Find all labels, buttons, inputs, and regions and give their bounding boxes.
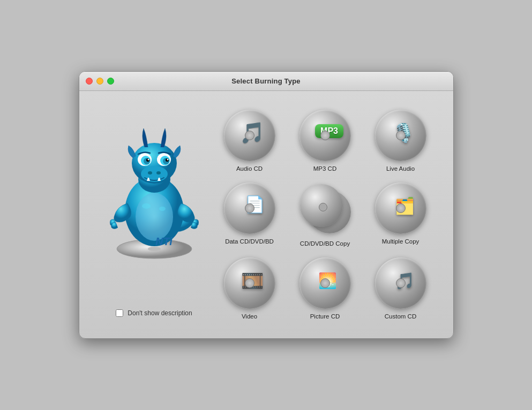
svg-point-8 xyxy=(156,171,161,174)
custom-cd-label: Custom CD xyxy=(385,313,416,320)
data-cd-option[interactable]: 📄 Data CD/DVD/BD xyxy=(213,180,286,247)
multiple-copy-disc: 🗂️ xyxy=(375,183,426,234)
data-cd-disc: 📄 xyxy=(224,183,275,234)
audio-cd-disc: 🎵 xyxy=(224,110,275,161)
mp3-cd-label: MP3 CD xyxy=(313,165,336,172)
left-panel: NTi Don't show description xyxy=(95,102,213,322)
custom-cd-disc: 🎵 xyxy=(375,257,426,309)
main-window: Select Burning Type xyxy=(79,71,454,339)
custom-cd-option[interactable]: 🎵 Custom CD xyxy=(364,255,437,322)
dont-show-description-area[interactable]: Don't show description xyxy=(116,309,192,317)
dont-show-label[interactable]: Don't show description xyxy=(128,309,192,317)
live-audio-disc: 🎙️ xyxy=(375,110,426,161)
cd-stack-icon xyxy=(298,183,352,236)
svg-point-1 xyxy=(148,247,161,251)
multiple-copy-option[interactable]: 🗂️ Multiple Copy xyxy=(364,180,437,247)
title-bar: Select Burning Type xyxy=(79,72,453,91)
maximize-button[interactable] xyxy=(107,78,114,85)
mp3-cd-disc: MP3 xyxy=(299,110,351,161)
picture-cd-label: Picture CD xyxy=(310,313,340,320)
svg-point-19 xyxy=(142,203,151,209)
svg-point-3 xyxy=(136,193,173,241)
svg-point-7 xyxy=(148,171,152,174)
live-audio-option[interactable]: 🎙️ Live Audio xyxy=(364,107,437,174)
minimize-button[interactable] xyxy=(96,78,103,85)
video-option[interactable]: 🎞️ Video xyxy=(213,255,286,322)
content-area: NTi Don't show description 🎵 Audio CD xyxy=(79,91,453,338)
audio-cd-option[interactable]: 🎵 Audio CD xyxy=(213,107,286,174)
data-cd-label: Data CD/DVD/BD xyxy=(225,238,274,245)
window-title: Select Burning Type xyxy=(231,77,301,85)
picture-cd-option[interactable]: 🌅 Picture CD xyxy=(289,255,362,322)
svg-point-6 xyxy=(141,166,168,182)
mp3-cd-option[interactable]: MP3 MP3 CD xyxy=(289,107,362,174)
picture-cd-disc: 🌅 xyxy=(299,257,351,309)
live-audio-label: Live Audio xyxy=(386,165,415,172)
burning-options-grid: 🎵 Audio CD MP3 MP3 CD 🎙️ Live Au xyxy=(213,102,437,322)
close-button[interactable] xyxy=(86,78,93,85)
audio-cd-label: Audio CD xyxy=(236,165,263,172)
nti-dragon-mascot: NTi xyxy=(106,112,203,262)
dont-show-checkbox[interactable] xyxy=(116,309,123,317)
video-label: Video xyxy=(242,313,257,320)
svg-point-18 xyxy=(167,159,168,161)
multiple-copy-label: Multiple Copy xyxy=(382,238,419,245)
video-disc: 🎞️ xyxy=(224,257,275,309)
window-controls xyxy=(86,78,114,85)
cd-copy-option[interactable]: CD/DVD/BD Copy xyxy=(289,180,362,249)
mascot-area: NTi xyxy=(101,102,208,273)
svg-text:NTi: NTi xyxy=(155,236,173,247)
svg-point-20 xyxy=(159,207,166,211)
cd-copy-label: CD/DVD/BD Copy xyxy=(300,240,350,247)
svg-point-17 xyxy=(147,159,149,161)
